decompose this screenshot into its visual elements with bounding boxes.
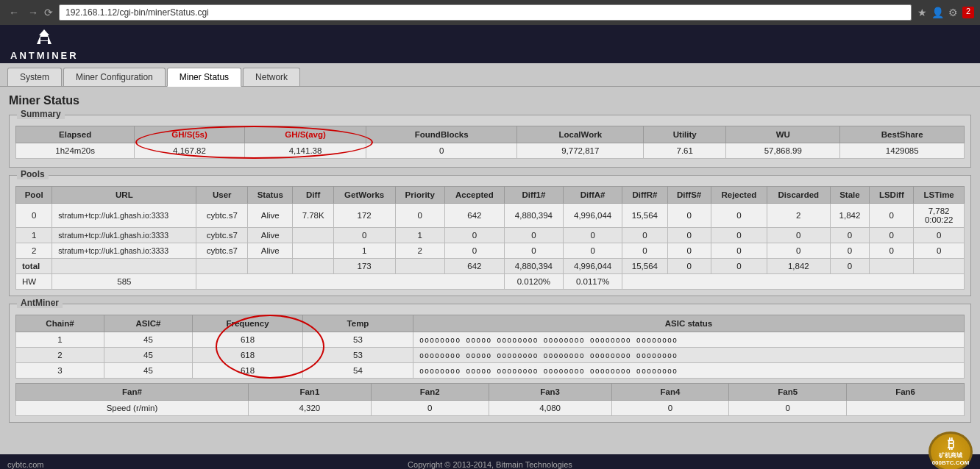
watermark-icon: ₿ xyxy=(948,437,954,452)
ghsavg-value: 4,141.38 xyxy=(244,143,366,159)
pool-1-stale: 0 xyxy=(830,228,870,243)
tab-network[interactable]: Network xyxy=(243,68,300,86)
page-title: Miner Status xyxy=(9,94,971,107)
tab-system[interactable]: System xyxy=(7,68,62,86)
pool-2-pool: 2 xyxy=(16,243,52,259)
pools-header-getworks: GetWorks xyxy=(333,187,395,204)
elapsed-value: 1h24m20s xyxy=(16,143,135,159)
pool-1-rejected: 0 xyxy=(711,228,767,243)
total-lsdiff xyxy=(870,259,914,274)
nav-tabs: System Miner Configuration Miner Status … xyxy=(0,63,980,87)
pools-header-url: URL xyxy=(52,187,196,204)
fan-header-fan: Fan# xyxy=(16,384,249,401)
pool-0-diff: 7.78K xyxy=(293,204,333,228)
pool-0-getworks: 172 xyxy=(333,204,395,228)
notification-badge: 2 xyxy=(962,7,974,18)
pool-2-diffs: 0 xyxy=(667,243,711,259)
ghs5s-value: 4,167.82 xyxy=(135,143,245,159)
pool-0-stale: 1,842 xyxy=(830,204,870,228)
summary-legend: Summary xyxy=(17,109,65,119)
hw-pct1: 0.0120% xyxy=(504,274,563,290)
forward-button[interactable]: → xyxy=(25,5,41,20)
fan-header-fan1: Fan1 xyxy=(248,384,371,401)
settings-icon[interactable]: ⚙ xyxy=(948,7,958,18)
pool-1-diff1: 0 xyxy=(504,228,563,243)
pool-0-url: stratum+tcp://uk1.ghash.io:3333 xyxy=(52,204,196,228)
summary-header-ghsavg: GH/S(avg) xyxy=(244,126,366,143)
chain-row-2: 2 45 618 53 oooooooo ooooo oooooooo oooo… xyxy=(16,348,965,363)
pools-header-lsdiff: LSDiff xyxy=(870,187,914,204)
pool-0-discarded: 2 xyxy=(767,204,830,228)
pool-1-status: Alive xyxy=(248,228,293,243)
pools-header-diffs: DiffS# xyxy=(667,187,711,204)
fan-speed-row: Speed (r/min) 4,320 0 4,080 0 0 xyxy=(16,401,965,416)
chain-1-status: oooooooo ooooo oooooooo oooooooo ooooooo… xyxy=(413,332,965,348)
pool-0-accepted: 642 xyxy=(444,204,504,228)
pool-2-accepted: 0 xyxy=(444,243,504,259)
total-priority xyxy=(395,259,444,274)
chain-header-asicstatus: ASIC status xyxy=(413,315,965,332)
tab-miner-status[interactable]: Miner Status xyxy=(167,68,241,87)
pools-table: Pool URL User Status Diff GetWorks Prior… xyxy=(15,186,965,290)
pool-2-diff xyxy=(293,243,333,259)
logo: ANTMINER xyxy=(10,28,79,61)
user-icon[interactable]: 👤 xyxy=(931,7,944,18)
pools-header-accepted: Accepted xyxy=(444,187,504,204)
pool-2-status: Alive xyxy=(248,243,293,259)
fan-speed-label: Speed (r/min) xyxy=(16,401,249,416)
bookmark-icon[interactable]: ★ xyxy=(917,7,927,18)
localwork-value: 9,772,817 xyxy=(517,143,644,159)
pool-0-diffr: 15,564 xyxy=(622,204,667,228)
pool-2-diff1: 0 xyxy=(504,243,563,259)
chain-3-status: oooooooo ooooo oooooooo oooooooo ooooooo… xyxy=(413,363,965,379)
total-diffs: 0 xyxy=(667,259,711,274)
bestshare-value: 1429085 xyxy=(840,143,965,159)
pool-2-user: cybtc.s7 xyxy=(196,243,248,259)
pool-0-priority: 0 xyxy=(395,204,444,228)
fan-header-fan6: Fan6 xyxy=(847,384,965,401)
pools-header-priority: Priority xyxy=(395,187,444,204)
summary-header-ghs5s: GH/S(5s) xyxy=(135,126,245,143)
chain-3-temp: 54 xyxy=(303,363,413,379)
pool-1-discarded: 0 xyxy=(767,228,830,243)
chain-1-asic: 45 xyxy=(104,332,193,348)
antminer-inner: Chain# ASIC# Frequency Temp ASIC status … xyxy=(10,304,970,422)
pools-header-diffr: DiffR# xyxy=(622,187,667,204)
total-stale: 0 xyxy=(830,259,870,274)
summary-table: Elapsed GH/S(5s) GH/S(avg) FoundBlocks L… xyxy=(15,126,965,159)
pool-2-priority: 2 xyxy=(395,243,444,259)
hw-empty2 xyxy=(622,274,965,290)
chain-row-3: 3 45 618 54 oooooooo ooooo oooooooo oooo… xyxy=(16,363,965,379)
pool-1-priority: 1 xyxy=(395,228,444,243)
total-discarded: 1,842 xyxy=(767,259,830,274)
chain-2-freq: 618 xyxy=(193,348,303,363)
total-accepted: 642 xyxy=(444,259,504,274)
pool-2-diffr: 0 xyxy=(622,243,667,259)
chain-1-temp: 53 xyxy=(303,332,413,348)
address-bar[interactable]: 192.168.1.12/cgi-bin/minerStatus.cgi xyxy=(59,4,912,21)
pool-total-row: total 173 642 4,880,394 4,996,044 15,564… xyxy=(16,259,965,274)
pools-header-pool: Pool xyxy=(16,187,52,204)
pools-header-diff1: Diff1# xyxy=(504,187,563,204)
pools-header-diff: Diff xyxy=(293,187,333,204)
pools-section: Pools Pool URL User Status Diff GetWorks… xyxy=(9,175,971,296)
pools-inner: Pool URL User Status Diff GetWorks Prior… xyxy=(10,176,970,296)
watermark-badge: ₿ 矿机商城 000BTC.COM xyxy=(928,432,973,469)
wu-value: 57,868.99 xyxy=(726,143,840,159)
chain-2-chain: 2 xyxy=(16,348,104,363)
total-diffa: 4,996,044 xyxy=(564,259,622,274)
chain-2-temp: 53 xyxy=(303,348,413,363)
foundblocks-value: 0 xyxy=(366,143,517,159)
antminer-logo-icon xyxy=(33,28,55,50)
pool-hw-row: HW 585 0.0120% 0.0117% xyxy=(16,274,965,290)
pool-1-lstime: 0 xyxy=(914,228,965,243)
tab-miner-configuration[interactable]: Miner Configuration xyxy=(63,68,166,86)
nav-buttons[interactable]: ← → ⟳ xyxy=(6,5,53,20)
back-button[interactable]: ← xyxy=(6,5,22,20)
pools-legend: Pools xyxy=(17,169,49,179)
pools-header-rejected: Rejected xyxy=(711,187,767,204)
chain-table: Chain# ASIC# Frequency Temp ASIC status … xyxy=(15,315,965,379)
pool-0-pool: 0 xyxy=(16,204,52,228)
fan-header-fan5: Fan5 xyxy=(729,384,847,401)
reload-button[interactable]: ⟳ xyxy=(44,7,53,18)
